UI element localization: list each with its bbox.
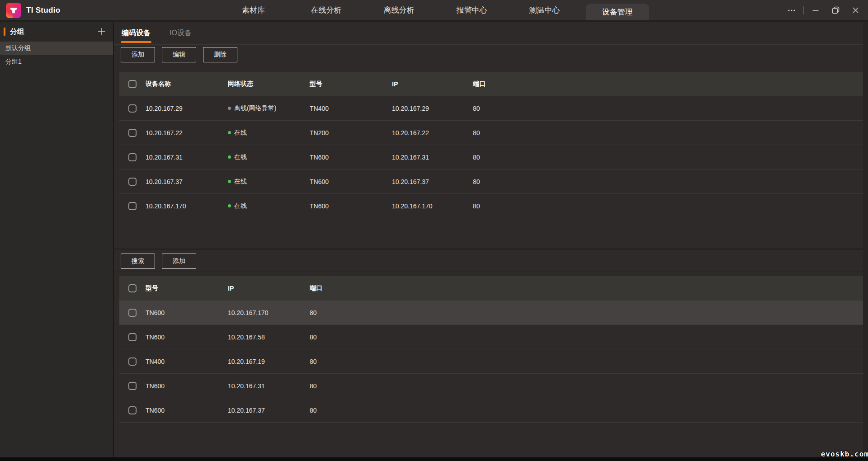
- groups-title: 分组: [10, 27, 96, 37]
- group-item-1[interactable]: 分组1: [0, 55, 113, 69]
- discovered-row[interactable]: TN600 10.20.167.170 80: [119, 301, 864, 325]
- row-checkbox[interactable]: [128, 333, 137, 341]
- nav-tab-material-library[interactable]: 素材库: [217, 0, 290, 20]
- device-table-header: 设备名称 网络状态 型号 IP 端口: [119, 72, 864, 96]
- cell-network-status: 在线: [228, 129, 310, 137]
- col-model: 型号: [146, 284, 228, 292]
- cell-network-status: 在线: [228, 178, 310, 186]
- row-checkbox[interactable]: [128, 358, 137, 366]
- tab-label: IO设备: [170, 28, 192, 38]
- tab-io-device[interactable]: IO设备: [169, 22, 193, 44]
- status-text: 在线: [234, 129, 247, 137]
- cell-port: 80: [473, 105, 864, 112]
- discovered-row[interactable]: TN400 10.20.167.19 80: [119, 349, 864, 374]
- col-ip: IP: [228, 285, 310, 292]
- cell-ip: 10.20.167.58: [228, 334, 310, 341]
- col-port: 端口: [473, 80, 864, 88]
- cell-device-name: 10.20.167.31: [146, 154, 228, 161]
- row-checkbox[interactable]: [128, 129, 137, 137]
- tab-encoding-device[interactable]: 编码设备: [121, 22, 151, 44]
- cell-device-name: 10.20.167.170: [146, 202, 228, 210]
- cell-model: TN600: [146, 334, 228, 341]
- row-checkbox[interactable]: [128, 406, 137, 414]
- nav-tab-label: 测温中心: [529, 5, 560, 15]
- cell-ip: 10.20.167.37: [392, 178, 473, 185]
- row-checkbox[interactable]: [128, 104, 137, 113]
- cell-port: 80: [310, 407, 864, 414]
- controls-divider: [803, 6, 804, 14]
- device-type-tabs: 编码设备 IO设备: [114, 22, 868, 45]
- tab-label: 编码设备: [122, 28, 151, 38]
- cell-ip: 10.20.167.22: [392, 129, 473, 136]
- cell-model: TN600: [146, 309, 228, 316]
- app-window: TI Studio 素材库 在线分析 离线分析 报警中心 测温中心 设备管理: [0, 0, 868, 461]
- select-all-checkbox[interactable]: [128, 284, 137, 292]
- nav-tab-label: 报警中心: [457, 5, 487, 15]
- status-dot-icon: [228, 180, 231, 183]
- status-text: 在线: [234, 178, 247, 186]
- cell-model: TN600: [146, 407, 228, 414]
- device-management-panel: 编码设备 IO设备 添加 编辑 删除 设备名称 网络状态 型号 IP 端口: [113, 22, 868, 457]
- window-controls: [782, 0, 865, 20]
- row-checkbox[interactable]: [128, 178, 137, 186]
- col-model: 型号: [310, 80, 392, 88]
- col-port: 端口: [310, 284, 864, 292]
- select-all-checkbox[interactable]: [128, 80, 137, 88]
- delete-device-button[interactable]: 删除: [203, 47, 237, 62]
- discovered-row[interactable]: TN600 10.20.167.58 80: [119, 325, 864, 349]
- titlebar: TI Studio 素材库 在线分析 离线分析 报警中心 测温中心 设备管理: [0, 0, 868, 22]
- device-row[interactable]: 10.20.167.31 在线 TN600 10.20.167.31 80: [119, 145, 864, 169]
- more-icon[interactable]: [782, 0, 802, 20]
- cell-port: 80: [473, 129, 864, 136]
- cell-port: 80: [310, 382, 864, 390]
- cell-device-name: 10.20.167.22: [146, 129, 228, 136]
- nav-tab-alarm-center[interactable]: 报警中心: [435, 0, 508, 20]
- device-row[interactable]: 10.20.167.22 在线 TN200 10.20.167.22 80: [119, 121, 864, 145]
- discovered-row[interactable]: TN600 10.20.167.31 80: [119, 374, 864, 398]
- cell-port: 80: [310, 358, 864, 365]
- cell-model: TN200: [310, 129, 392, 136]
- status-dot-icon: [228, 155, 231, 159]
- discovered-row[interactable]: TN600 10.20.167.37 80: [119, 398, 864, 423]
- plus-icon[interactable]: [96, 26, 108, 38]
- nav-tab-device-management[interactable]: 设备管理: [581, 0, 654, 20]
- minimize-icon[interactable]: [806, 0, 826, 20]
- cell-model: TN600: [310, 154, 392, 161]
- cell-model: TN400: [146, 358, 228, 365]
- nav-tab-label: 离线分析: [384, 5, 415, 15]
- row-checkbox[interactable]: [128, 382, 137, 390]
- restore-icon[interactable]: [826, 0, 845, 20]
- cell-network-status: 在线: [228, 153, 310, 161]
- cell-model: TN600: [310, 202, 392, 210]
- close-icon[interactable]: [845, 0, 865, 20]
- search-devices-button[interactable]: 搜索: [121, 254, 155, 269]
- cell-port: 80: [310, 309, 864, 316]
- row-checkbox[interactable]: [128, 309, 137, 317]
- edit-device-button[interactable]: 编辑: [162, 47, 196, 62]
- device-row[interactable]: 10.20.167.37 在线 TN600 10.20.167.37 80: [119, 169, 864, 194]
- discover-toolbar: 搜索 添加: [121, 254, 868, 269]
- app-title: TI Studio: [26, 6, 60, 15]
- cell-ip: 10.20.167.31: [228, 382, 310, 390]
- add-device-button[interactable]: 添加: [121, 47, 155, 62]
- nav-tab-online-analysis[interactable]: 在线分析: [290, 0, 363, 20]
- section-divider: [114, 272, 868, 272]
- device-row[interactable]: 10.20.167.170 在线 TN600 10.20.167.170 80: [119, 194, 864, 218]
- nav-tab-offline-analysis[interactable]: 离线分析: [363, 0, 435, 20]
- cell-device-name: 10.20.167.29: [146, 105, 228, 112]
- app-logo-funnel-icon: [6, 3, 21, 18]
- row-checkbox[interactable]: [128, 153, 137, 161]
- scrollbar-track: [863, 22, 868, 457]
- cell-ip: 10.20.167.170: [392, 202, 473, 210]
- col-network-status: 网络状态: [228, 80, 310, 88]
- nav-tab-label: 在线分析: [311, 5, 342, 15]
- main-nav: 素材库 在线分析 离线分析 报警中心 测温中心 设备管理: [217, 0, 654, 20]
- nav-tab-temperature-center[interactable]: 测温中心: [508, 0, 581, 20]
- device-row[interactable]: 10.20.167.29 离线(网络异常) TN400 10.20.167.29…: [119, 96, 864, 121]
- window-bottom-edge: [0, 457, 868, 461]
- group-item-default[interactable]: 默认分组: [0, 42, 113, 55]
- status-text: 离线(网络异常): [234, 104, 276, 113]
- cell-port: 80: [473, 178, 864, 185]
- add-discovered-button[interactable]: 添加: [162, 254, 196, 269]
- row-checkbox[interactable]: [128, 202, 137, 210]
